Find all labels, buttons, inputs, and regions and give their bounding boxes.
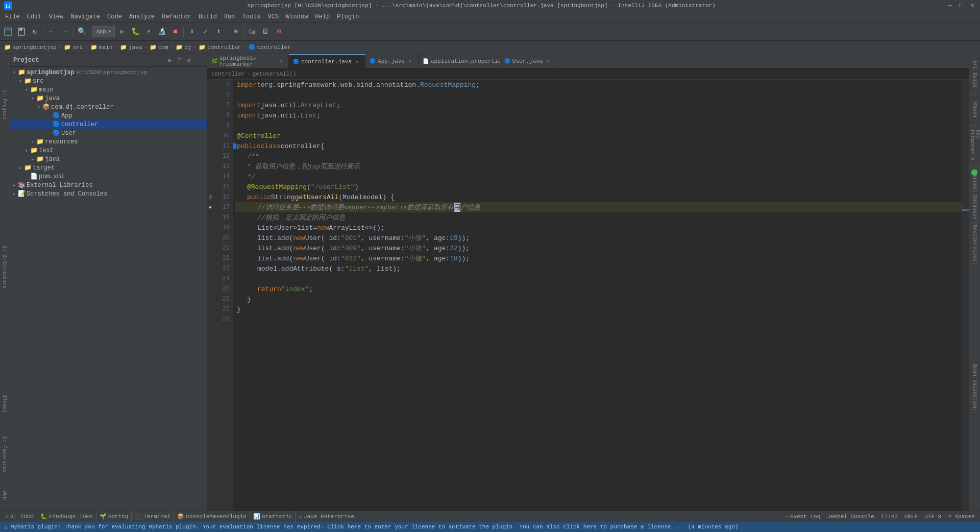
status-terminal[interactable]: ⬛ Terminal xyxy=(132,511,174,522)
bc-method[interactable]: getUsersAll() xyxy=(253,71,297,77)
status-findbugs[interactable]: 🐛 FindBugs-IDEA xyxy=(37,511,96,522)
project-tab-label[interactable]: 1: Project xyxy=(2,89,7,120)
status-console-maven[interactable]: 📦 ConsoleMavenPlugin xyxy=(174,511,250,522)
menu-window[interactable]: Window xyxy=(283,12,311,21)
menu-help[interactable]: Help xyxy=(312,12,333,21)
toolbar-stop-btn[interactable]: ■ xyxy=(169,26,181,38)
tab-properties[interactable]: 📄 application.properties ✕ xyxy=(419,54,500,68)
menu-view[interactable]: View xyxy=(46,12,67,21)
menu-build[interactable]: Build xyxy=(195,12,220,21)
tab-app[interactable]: 🔵 App.java ✕ xyxy=(365,54,419,68)
tab-freemarker[interactable]: 🌿 springboot-freemarker ✕ xyxy=(207,54,289,68)
tree-test-java[interactable]: ▸ 📁 java xyxy=(9,155,207,163)
menu-navigate[interactable]: Navigate xyxy=(67,12,103,21)
right-art-build[interactable]: Art Build xyxy=(971,54,978,95)
close-button[interactable]: ✕ xyxy=(969,2,976,9)
menu-plugin[interactable]: Plugin xyxy=(334,12,362,21)
tree-test[interactable]: ▾ 📁 test xyxy=(9,146,207,155)
tree-controller[interactable]: ▸ 🔵 controller xyxy=(9,120,207,129)
tree-package[interactable]: ▾ 📦 com.dj.controller xyxy=(9,103,207,111)
menu-edit[interactable]: Edit xyxy=(24,12,45,21)
tab-freemarker-close[interactable]: ✕ xyxy=(279,58,284,65)
panel-action-new[interactable]: ⊕ xyxy=(165,56,174,64)
tab-app-close[interactable]: ✕ xyxy=(407,58,414,65)
menu-file[interactable]: File xyxy=(2,12,23,21)
toolbar-forward-btn[interactable]: → xyxy=(59,26,71,38)
toolbar-profile-btn[interactable]: 🔬 xyxy=(156,26,168,38)
toolbar-search-everywhere-btn[interactable]: 🔍 xyxy=(76,26,88,38)
code-content[interactable]: import org.springframework.web.bind.anno… xyxy=(233,80,962,511)
toolbar-disable-btn[interactable]: ⊘ xyxy=(273,26,285,38)
toolbar-back-btn[interactable]: ← xyxy=(45,26,58,38)
tree-root[interactable]: ▾ 📁 springbootjsp H:\CSDN\springbootjsp xyxy=(9,68,207,77)
tree-pom[interactable]: ▸ 📄 pom.xml xyxy=(9,172,207,181)
right-database[interactable]: Database xyxy=(971,192,978,223)
tab-user[interactable]: 🔵 User.java ✕ xyxy=(500,54,556,68)
tree-target[interactable]: ▸ 📁 target xyxy=(9,163,207,172)
menu-tools[interactable]: Tools xyxy=(239,12,264,21)
right-key-promoter[interactable]: Key Promoter X xyxy=(968,126,981,166)
tree-user[interactable]: ▸ 🔵 User xyxy=(9,129,207,137)
tree-src[interactable]: ▾ 📁 src xyxy=(9,77,207,85)
tree-resources[interactable]: ▸ 📁 resources xyxy=(9,137,207,146)
status-todo[interactable]: ✔ 6: TODO xyxy=(2,511,37,522)
status-jrebel[interactable]: JRebel Console xyxy=(824,514,877,520)
tree-main[interactable]: ▾ 📁 main xyxy=(9,85,207,94)
menu-vcs[interactable]: VCS xyxy=(265,12,282,21)
right-bean-validation[interactable]: Bean Validation xyxy=(971,263,978,511)
minimize-button[interactable]: ─ xyxy=(946,2,953,9)
structure-tab-label[interactable]: 2: Z-Structure xyxy=(2,246,7,288)
status-statistic[interactable]: 📊 Statistic xyxy=(250,511,295,522)
status-line-col[interactable]: 17:47 xyxy=(878,514,901,520)
status-indent[interactable]: 4 spaces xyxy=(945,514,978,520)
notification-bar[interactable]: ⚠ Mybatis plugin: Thank you for evaluati… xyxy=(0,522,980,532)
right-inkcode[interactable]: inKcode xyxy=(971,166,978,192)
tab-controller[interactable]: 🔵 controller.java ✕ xyxy=(289,54,365,68)
nav-main[interactable]: 📁 main xyxy=(90,44,112,51)
panel-action-settings[interactable]: ⚙ xyxy=(185,56,193,64)
menu-code[interactable]: Code xyxy=(104,12,125,21)
scroll-thumb[interactable] xyxy=(962,209,969,211)
nav-controller-file[interactable]: 🔵 controller xyxy=(249,44,291,51)
panel-action-close[interactable]: ─ xyxy=(194,56,203,64)
toolbar-vcs-commit-btn[interactable]: ✓ xyxy=(199,26,211,38)
web-tab-label[interactable]: Web xyxy=(2,491,7,500)
menu-run[interactable]: Run xyxy=(221,12,238,21)
nav-java[interactable]: 📁 java xyxy=(120,44,142,51)
app-run-config[interactable]: App ▾ xyxy=(92,26,115,37)
nav-src[interactable]: 📁 src xyxy=(64,44,83,51)
tree-java[interactable]: ▾ 📁 java xyxy=(9,94,207,103)
panel-action-collapse[interactable]: ≡ xyxy=(175,56,183,64)
tab-user-close[interactable]: ✕ xyxy=(545,58,552,65)
right-rest-services[interactable]: RestServices xyxy=(971,223,978,263)
toolbar-vcs-update-btn[interactable]: ⬇ xyxy=(186,26,198,38)
tab-controller-close[interactable]: ✕ xyxy=(354,58,361,65)
nav-com[interactable]: 📁 com xyxy=(150,44,168,51)
toolbar-debug-btn[interactable]: 🐛 xyxy=(129,26,141,38)
tree-ext-libs[interactable]: ▸ 📚 External Libraries xyxy=(9,181,207,189)
tree-scratches[interactable]: ▸ 📝 Scratches and Consoles xyxy=(9,189,207,198)
jrebel-tab-label[interactable]: JRebel xyxy=(2,394,7,413)
toolbar-save-btn[interactable] xyxy=(15,26,28,38)
status-event-log[interactable]: ⚠ Event Log xyxy=(782,513,823,520)
menu-refactor[interactable]: Refactor xyxy=(159,12,194,21)
maximize-button[interactable]: □ xyxy=(958,2,965,9)
nav-springbootjsp[interactable]: 📁 springbootjsp xyxy=(4,44,57,51)
toolbar-run-btn[interactable]: ▶ xyxy=(116,26,128,38)
toolbar-project-icon[interactable] xyxy=(2,26,14,38)
status-line-ending[interactable]: CRLF xyxy=(901,514,921,520)
bc-controller[interactable]: controller xyxy=(211,71,245,77)
code-editor[interactable]: @ ● xyxy=(207,80,962,511)
toolbar-coverage-btn[interactable]: ⚡ xyxy=(142,26,155,38)
tree-app[interactable]: ▸ 🔵 App xyxy=(9,111,207,120)
toolbar-tail-btn[interactable]: Tail xyxy=(246,26,258,38)
menu-analyze[interactable]: Analyze xyxy=(126,12,158,21)
nav-dj[interactable]: 📁 dj xyxy=(176,44,191,51)
nav-controller-pkg[interactable]: 📁 controller xyxy=(199,44,241,51)
toolbar-terminal-btn[interactable]: ⊞ xyxy=(229,26,241,38)
status-spring[interactable]: 🌱 Spring xyxy=(96,511,132,522)
toolbar-vcs-push-btn[interactable]: ⬆ xyxy=(212,26,225,38)
right-maven[interactable]: Maven xyxy=(971,95,978,126)
status-encoding[interactable]: UTF-8 xyxy=(921,514,944,520)
favorites-tab-label[interactable]: 2: Favorites xyxy=(2,436,7,473)
